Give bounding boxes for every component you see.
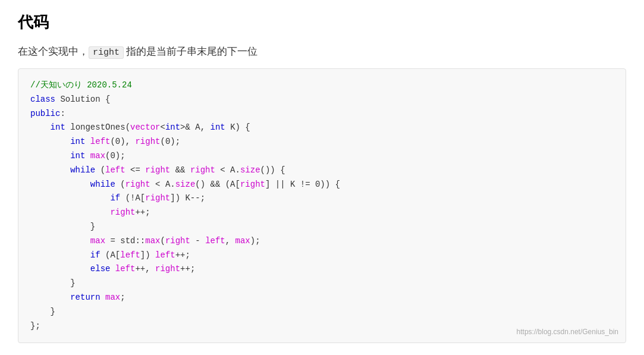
description: 在这个实现中，right 指的是当前子串末尾的下一位 xyxy=(18,43,626,60)
inline-code-right: right xyxy=(89,46,124,59)
code-line-12: if (A[left]) left++; xyxy=(30,249,614,263)
page-title: 代码 xyxy=(18,12,626,33)
code-line-6: while (left <= right && right < A.size()… xyxy=(30,164,614,178)
code-block: //天知いのり 2020.5.24 class Solution { publi… xyxy=(18,68,626,343)
watermark: https://blog.csdn.net/Genius_bin xyxy=(517,326,618,338)
code-line-15: return max; xyxy=(30,291,614,305)
code-line-11: max = std::max(right - left, max); xyxy=(30,234,614,249)
code-line-9: right++; xyxy=(30,206,614,220)
code-line-1: class Solution { xyxy=(30,93,614,107)
code-line-3: int longestOnes(vector<int>& A, int K) { xyxy=(30,121,614,135)
code-line-7: while (right < A.size() && (A[right] || … xyxy=(30,178,614,192)
code-line-4: int left(0), right(0); xyxy=(30,135,614,149)
code-line-16: } xyxy=(30,305,614,319)
code-container: //天知いのり 2020.5.24 class Solution { publi… xyxy=(18,68,626,343)
code-comment: //天知いのり 2020.5.24 xyxy=(30,78,614,93)
description-suffix: 指的是当前子串末尾的下一位 xyxy=(124,46,257,57)
code-line-2: public: xyxy=(30,107,614,121)
code-line-8: if (!A[right]) K--; xyxy=(30,191,614,206)
code-line-10: } xyxy=(30,220,614,234)
code-line-5: int max(0); xyxy=(30,149,614,164)
code-line-14: } xyxy=(30,277,614,291)
description-prefix: 在这个实现中， xyxy=(18,46,89,57)
code-line-13: else left++, right++; xyxy=(30,262,614,277)
